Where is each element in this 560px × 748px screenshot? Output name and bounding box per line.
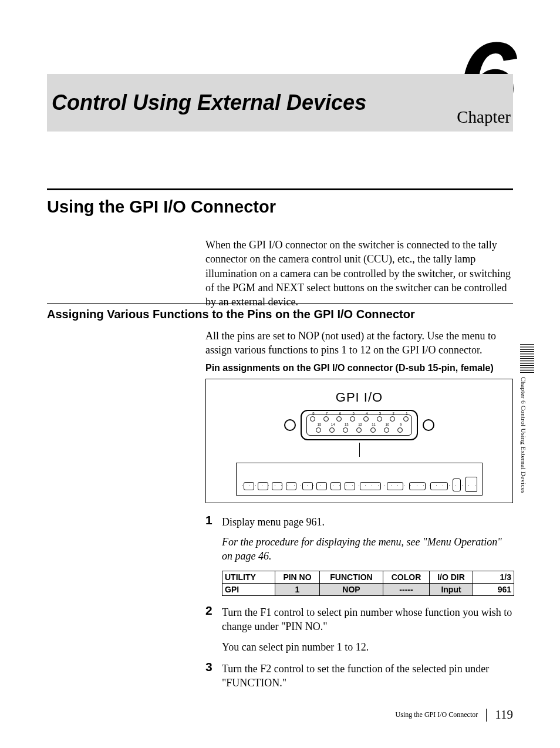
- step-text-2: Turn the F1 control to select pin number…: [222, 605, 513, 634]
- chapter-header: Control Using External Devices Chapter: [47, 74, 513, 132]
- section-intro: When the GPI I/O connector on the switch…: [205, 238, 513, 309]
- table-cell: 1: [275, 584, 320, 596]
- subsection-rule: [47, 303, 513, 304]
- pin-label: 8: [309, 412, 318, 415]
- pin-label: 13: [342, 423, 350, 426]
- step-number-2: 2: [205, 604, 212, 618]
- pin-label: 12: [356, 423, 364, 426]
- step-text-3: Turn the F2 control to set the function …: [222, 662, 513, 690]
- side-tab-lines-icon: [520, 344, 534, 373]
- pin-label: 1: [403, 412, 411, 415]
- table-cell: 961: [473, 584, 514, 596]
- pin-label: 14: [329, 423, 337, 426]
- dsub-connector-icon: 8 7 6 5 4 3 2 1 15 14 13 12 11 10 9: [283, 407, 436, 443]
- pin-label: 6: [336, 412, 344, 415]
- pin-assignment-caption: Pin assignments on the GPI I/O connector…: [205, 363, 513, 373]
- footer-page-number: 119: [495, 707, 513, 722]
- pin-label: 11: [370, 423, 378, 426]
- step-text-1: Display menu page 961.: [222, 515, 513, 529]
- pin-label: 5: [349, 412, 357, 415]
- step-number-3: 3: [205, 660, 212, 674]
- step-note-1: For the procedure for displaying the men…: [222, 535, 513, 564]
- connector-label: GPI I/O: [206, 390, 512, 405]
- table-header: 1/3: [473, 571, 514, 584]
- menu-table: UTILITY PIN NO FUNCTION COLOR I/O DIR 1/…: [222, 571, 514, 596]
- chapter-label: Chapter: [457, 107, 511, 132]
- footer-separator: [486, 709, 487, 722]
- section-heading: Using the GPI I/O Connector: [47, 197, 276, 217]
- side-tab: Chapter 6 Control Using External Devices: [520, 344, 534, 520]
- pin-label: 15: [315, 423, 323, 426]
- pin-label: 4: [363, 412, 371, 415]
- pin-label: 2: [389, 412, 397, 415]
- connector-figure: GPI I/O 8 7 6 5 4 3 2 1 15 14 13 12 11 1…: [205, 379, 513, 503]
- pin-label: 7: [323, 412, 331, 415]
- table-header: I/O DIR: [430, 571, 473, 584]
- page-footer: Using the GPI I/O Connector 119: [396, 707, 513, 722]
- subsection-intro: All the pins are set to NOP (not used) a…: [205, 329, 513, 358]
- step-number-1: 1: [205, 513, 212, 527]
- pin-label: 9: [397, 423, 405, 426]
- side-tab-text: Chapter 6 Control Using External Devices: [520, 373, 527, 494]
- step-extra-2: You can select pin number 1 to 12.: [222, 640, 513, 654]
- table-header: FUNCTION: [319, 571, 383, 584]
- table-cell: Input: [430, 584, 473, 596]
- chapter-title: Control Using External Devices: [47, 92, 457, 114]
- table-cell: NOP: [319, 584, 383, 596]
- device-rear-panel-icon: [236, 463, 483, 496]
- table-header: PIN NO: [275, 571, 320, 584]
- pin-label: 10: [383, 423, 392, 426]
- table-header: UTILITY: [222, 571, 275, 584]
- table-cell: GPI: [222, 584, 275, 596]
- subsection-heading: Assigning Various Functions to the Pins …: [47, 308, 513, 321]
- footer-title: Using the GPI I/O Connector: [396, 710, 478, 719]
- section-rule: [47, 188, 513, 190]
- table-header: COLOR: [383, 571, 429, 584]
- table-cell: -----: [383, 584, 429, 596]
- pin-label: 3: [376, 412, 384, 415]
